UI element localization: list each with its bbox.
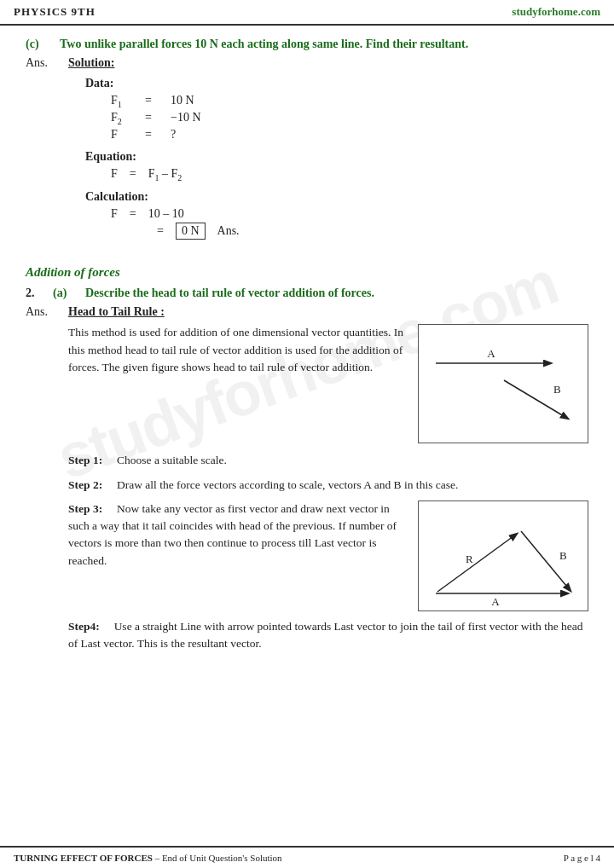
calc-eq-2: = bbox=[157, 224, 164, 238]
step-3-text-col: Step 3: Now take any vector as first vec… bbox=[68, 501, 409, 611]
step-3-text: Now take any vector as first vector and … bbox=[68, 502, 397, 567]
data-val-f2: −10 N bbox=[171, 111, 201, 124]
eq-val: F1 – F2 bbox=[148, 167, 182, 182]
q2-num: 2. bbox=[26, 286, 44, 300]
calc-row-1: F = 10 – 10 bbox=[68, 207, 588, 221]
q2-part: (a) bbox=[53, 286, 77, 300]
data-eq-f2: = bbox=[145, 111, 171, 124]
calc-section: Calculation: F = 10 – 10 = 0 N Ans. bbox=[68, 190, 588, 240]
ans-label: Ans. bbox=[26, 56, 60, 248]
eq-var: F bbox=[111, 167, 118, 181]
part-c-header: (c) Two unlike parallel forces 10 N each… bbox=[26, 38, 588, 51]
data-eq-f: = bbox=[145, 128, 171, 142]
q2-row: 2. (a) Describe the head to tail rule of… bbox=[26, 286, 588, 300]
calc-result-boxed: 0 N bbox=[176, 223, 206, 240]
data-val-f: ? bbox=[171, 128, 176, 142]
main-content: studyforhome.com (c) Two unlike parallel… bbox=[0, 26, 614, 714]
q2-question: Describe the head to tail rule of vector… bbox=[85, 286, 374, 300]
calc-row-2: = 0 N Ans. bbox=[68, 223, 588, 240]
step-1-label: Step 1: bbox=[68, 454, 102, 466]
calc-var: F bbox=[111, 207, 118, 221]
data-row-f1: F1 = 10 N bbox=[68, 94, 588, 109]
solution-label: Solution: bbox=[68, 56, 588, 70]
eq-label: Equation: bbox=[68, 150, 588, 164]
footer-right: P a g e l 4 bbox=[564, 853, 600, 863]
step-4-text: Use a straight Line with arrow pointed t… bbox=[68, 620, 583, 650]
footer: TURNING EFFECT OF FORCES – End of Unit Q… bbox=[0, 846, 614, 868]
step-3-diagram: A B R bbox=[418, 501, 588, 611]
htr-ans-label: Ans. bbox=[26, 305, 60, 657]
svg-text:R: R bbox=[466, 553, 473, 565]
data-var-f: F bbox=[111, 128, 145, 142]
calc-ans: Ans. bbox=[217, 224, 240, 238]
data-var-f2: F2 bbox=[111, 111, 145, 126]
svg-text:B: B bbox=[553, 383, 561, 396]
htr-body: This method is used for addition of one … bbox=[68, 324, 588, 443]
data-eq-f1: = bbox=[145, 94, 171, 107]
steps-section: Step 1: Choose a suitable scale. Step 2:… bbox=[68, 452, 588, 652]
header-title: PHYSICS 9TH bbox=[14, 5, 96, 19]
eq-eq: = bbox=[130, 167, 136, 181]
htr-content: Head to Tail Rule : This method is used … bbox=[68, 305, 588, 657]
step-1-text: Choose a suitable scale. bbox=[117, 454, 227, 466]
equation-section: Equation: F = F1 – F2 bbox=[68, 150, 588, 182]
footer-title-bold: TURNING EFFECT OF FORCES bbox=[14, 853, 153, 863]
htr-diagram-col: A B bbox=[418, 324, 588, 443]
part-c-question: Two unlike parallel forces 10 N each act… bbox=[60, 38, 468, 51]
calc-label: Calculation: bbox=[68, 190, 588, 204]
step-2-text: Draw all the force vectors according to … bbox=[117, 478, 458, 491]
svg-text:A: A bbox=[487, 347, 495, 360]
addition-section-heading: Addition of forces bbox=[26, 265, 588, 280]
data-val-f1: 10 N bbox=[171, 94, 194, 107]
ans-row: Ans. Solution: Data: F1 = 10 N F2 = −10 … bbox=[26, 56, 588, 248]
step-4-label: Step4: bbox=[68, 620, 100, 633]
step-2-row: Step 2: Draw all the force vectors accor… bbox=[68, 477, 588, 494]
svg-line-8 bbox=[437, 534, 517, 592]
data-row-f2: F2 = −10 N bbox=[68, 111, 588, 126]
calc-eq-1: = bbox=[130, 207, 136, 221]
svg-text:B: B bbox=[559, 549, 567, 562]
footer-left: TURNING EFFECT OF FORCES – End of Unit Q… bbox=[14, 853, 282, 863]
svg-text:A: A bbox=[491, 595, 500, 608]
footer-title-rest: – End of Unit Question's Solution bbox=[155, 853, 282, 863]
step-3-label: Step 3: bbox=[68, 502, 102, 515]
header-site: studyforhome.com bbox=[512, 5, 600, 19]
data-section: Data: F1 = 10 N F2 = −10 N F = ? bbox=[68, 77, 588, 142]
htr-title: Head to Tail Rule : bbox=[68, 305, 588, 319]
data-label: Data: bbox=[68, 77, 588, 90]
data-var-f1: F1 bbox=[111, 94, 145, 109]
ans-content: Solution: Data: F1 = 10 N F2 = −10 N bbox=[68, 56, 588, 248]
diagram-box-2: A B R bbox=[418, 501, 588, 611]
eq-row: F = F1 – F2 bbox=[68, 167, 588, 182]
htr-ans-row: Ans. Head to Tail Rule : This method is … bbox=[26, 305, 588, 657]
htr-text-col: This method is used for addition of one … bbox=[68, 324, 409, 443]
step-2-label: Step 2: bbox=[68, 478, 102, 491]
content-wrapper: (c) Two unlike parallel forces 10 N each… bbox=[26, 38, 588, 657]
step-3-layout: Step 3: Now take any vector as first vec… bbox=[68, 501, 588, 611]
diagram-box-1: A B bbox=[418, 324, 588, 443]
step-4-row: Step4: Use a straight Line with arrow po… bbox=[68, 618, 588, 653]
header: PHYSICS 9TH studyforhome.com bbox=[0, 0, 614, 26]
calc-val-1: 10 – 10 bbox=[148, 207, 184, 221]
step-1-row: Step 1: Choose a suitable scale. bbox=[68, 452, 588, 469]
part-c-label: (c) bbox=[26, 38, 44, 51]
data-row-f: F = ? bbox=[68, 128, 588, 142]
